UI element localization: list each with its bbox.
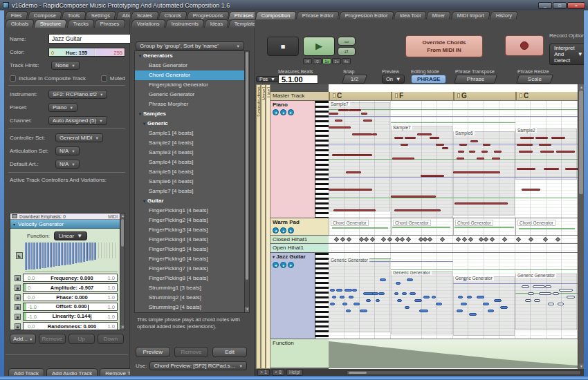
list-item-samples[interactable]: ▾Samples bbox=[135, 109, 249, 119]
knob-icon[interactable]: ▣ bbox=[15, 285, 21, 291]
speed-1x[interactable]: 1x bbox=[322, 58, 331, 64]
midi-note[interactable] bbox=[528, 292, 534, 295]
group-sort-dropdown[interactable]: Group by 'group', Sort by 'name'▼ bbox=[136, 41, 244, 50]
list-item-guitar[interactable]: ▾Guitar bbox=[135, 196, 249, 206]
play-button[interactable]: ▶ bbox=[303, 37, 335, 56]
slider-offset[interactable]: -1.0Offset: 0.0001.0 bbox=[23, 303, 118, 311]
knob-icon[interactable]: ▣ bbox=[15, 294, 21, 301]
midi-note[interactable] bbox=[363, 120, 373, 122]
list-item-sample4-4-beats-[interactable]: Sample4 [4 beats] bbox=[135, 158, 249, 167]
list-item-strumming1-3-beats-[interactable]: Strumming1 [3 beats] bbox=[135, 283, 249, 293]
tab-instruments[interactable]: Instruments bbox=[165, 19, 205, 28]
tab-chords[interactable]: Chords bbox=[158, 11, 187, 19]
tab-variations[interactable]: Variations bbox=[131, 19, 166, 28]
midi-note[interactable] bbox=[565, 168, 578, 170]
record-button[interactable] bbox=[505, 35, 544, 56]
list-item-fingerpicking1-4-beats-[interactable]: FingerPicking1 [4 beats] bbox=[135, 206, 249, 216]
guitar-roll[interactable]: Generic GeneratorGeneric GeneratorGeneri… bbox=[329, 253, 578, 339]
minimize-button[interactable]: _ bbox=[538, 2, 552, 9]
midi-note[interactable] bbox=[332, 296, 337, 298]
midi-note[interactable] bbox=[405, 137, 416, 139]
hihat-hit[interactable] bbox=[529, 237, 533, 242]
midi-note[interactable] bbox=[394, 292, 399, 295]
tab-phrases[interactable]: Phrases bbox=[94, 19, 126, 28]
scrollbar-thumb[interactable] bbox=[246, 52, 248, 280]
track-hints-dropdown[interactable]: None▼ bbox=[51, 61, 80, 70]
phrase-block[interactable] bbox=[391, 126, 452, 218]
velocity-generator-header[interactable]: ▾ Velocity Generator bbox=[10, 220, 125, 229]
midi-note[interactable] bbox=[483, 144, 490, 146]
midi-note[interactable] bbox=[461, 303, 467, 305]
knob-icon[interactable]: ▣ bbox=[15, 323, 21, 330]
list-item-sample1-4-beats-[interactable]: Sample1 [4 beats] bbox=[135, 129, 249, 138]
phrase-block[interactable] bbox=[329, 102, 390, 211]
midi-note[interactable] bbox=[394, 209, 441, 211]
scrollbar-thumb[interactable] bbox=[579, 91, 583, 194]
scrollbar-thumb[interactable] bbox=[121, 219, 124, 247]
tab-compose[interactable]: Compose bbox=[28, 11, 63, 19]
midi-note[interactable] bbox=[410, 292, 416, 295]
generator-cell[interactable]: Chord Generator bbox=[329, 218, 391, 235]
midi-note[interactable] bbox=[517, 144, 533, 146]
midi-note[interactable] bbox=[469, 313, 477, 316]
hihat-hit[interactable] bbox=[399, 237, 404, 242]
list-item-fingerpicking7-4-beats-[interactable]: FingerPicking7 [4 beats] bbox=[135, 264, 249, 274]
list-item-bass-generator[interactable]: Bass Generator bbox=[135, 61, 249, 70]
function-row[interactable] bbox=[329, 339, 578, 368]
midi-note[interactable] bbox=[332, 154, 373, 156]
midi-note[interactable] bbox=[539, 144, 551, 146]
list-item-fingerpicking6-4-beats-[interactable]: FingerPicking6 [4 beats] bbox=[135, 254, 249, 264]
list-item-fingerpicking2-4-beats-[interactable]: FingerPicking2 [4 beats] bbox=[135, 216, 249, 225]
scroll-up-icon[interactable]: ▲ bbox=[120, 213, 125, 218]
tab-tracks[interactable]: Tracks bbox=[67, 19, 95, 28]
edit-button[interactable]: Edit bbox=[212, 347, 247, 357]
list-item-phrase-morpher[interactable]: Phrase Morpher bbox=[135, 99, 249, 109]
hihat-hit[interactable] bbox=[555, 237, 560, 242]
warm-pad-track-header[interactable]: Warm Pad ◄●► bbox=[270, 218, 329, 236]
back-icon[interactable]: ◄ bbox=[273, 227, 279, 234]
list-item-sample6-4-beats-[interactable]: Sample6 [4 beats] bbox=[135, 177, 249, 187]
stop-button[interactable]: ■ bbox=[267, 37, 299, 56]
chord-cell-c-3[interactable]: C bbox=[515, 92, 578, 100]
midi-note[interactable] bbox=[548, 303, 554, 305]
midi-note[interactable] bbox=[492, 158, 499, 160]
piano-roll[interactable]: Sample7Sample7Sample6Sample2 bbox=[329, 101, 578, 218]
midi-note[interactable] bbox=[419, 310, 429, 312]
midi-note[interactable] bbox=[458, 151, 464, 153]
midi-note[interactable] bbox=[392, 158, 414, 160]
midi-note[interactable] bbox=[430, 137, 439, 139]
master-track-header[interactable]: Master Track bbox=[270, 92, 329, 101]
muted-checkbox[interactable] bbox=[101, 75, 107, 82]
tab-tools[interactable]: Tools bbox=[62, 11, 86, 19]
hihat-hit[interactable] bbox=[405, 237, 410, 242]
hihat-hit[interactable] bbox=[370, 237, 375, 242]
midi-note[interactable] bbox=[483, 303, 489, 305]
preset-dropdown[interactable]: Piano▼ bbox=[48, 103, 77, 112]
downbeat-emphasis-row[interactable]: Downbeat Emphasis: 0 MIDI bbox=[10, 213, 125, 220]
section-strip-2-minute-demo[interactable]: 2-minute-demo bbox=[256, 84, 261, 369]
midi-note[interactable] bbox=[336, 289, 342, 292]
midi-note[interactable] bbox=[488, 310, 494, 312]
midi-note[interactable] bbox=[517, 168, 535, 170]
midi-note[interactable] bbox=[361, 113, 367, 115]
midi-note[interactable] bbox=[458, 296, 463, 298]
midi-note[interactable] bbox=[349, 296, 353, 298]
fwd-icon[interactable]: ► bbox=[288, 109, 294, 115]
tab-globals[interactable]: Globals bbox=[5, 19, 35, 28]
dot-icon[interactable]: ● bbox=[280, 109, 286, 115]
midi-note[interactable] bbox=[436, 144, 443, 146]
override-chords-button[interactable]: Override Chords From MIDI IN bbox=[405, 35, 483, 57]
include-composite-checkbox[interactable] bbox=[10, 75, 16, 82]
midi-note[interactable] bbox=[353, 303, 360, 305]
generator-cell[interactable]: Chord Generator bbox=[515, 218, 578, 235]
list-item-sample7-4-beats-[interactable]: Sample7 [4 beats] bbox=[135, 187, 249, 196]
snap-button[interactable]: 1/2 bbox=[342, 75, 367, 84]
slider-amplitude[interactable]: 0Amplitude: -0.9071.0 bbox=[23, 283, 118, 292]
knob-icon[interactable]: ▣ bbox=[15, 304, 21, 310]
dot-icon[interactable]: ● bbox=[280, 227, 286, 234]
slider-frequency[interactable]: 0.0Frequency: 0.0001.0 bbox=[23, 274, 118, 282]
midi-note[interactable] bbox=[453, 171, 500, 173]
piano-keys[interactable] bbox=[315, 101, 329, 218]
hihat-hit[interactable] bbox=[440, 237, 445, 242]
default-art-dropdown[interactable]: N/A▼ bbox=[55, 160, 80, 169]
